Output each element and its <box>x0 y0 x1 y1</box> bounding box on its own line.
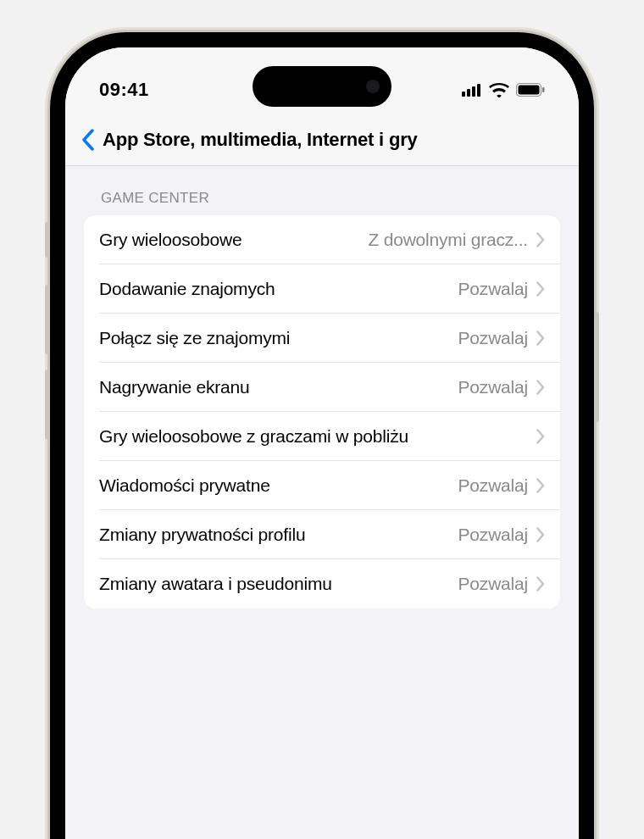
row-value: Z dowolnymi gracz... <box>368 230 528 250</box>
chevron-right-icon <box>536 380 545 395</box>
row-label: Dodawanie znajomych <box>99 279 275 299</box>
dynamic-island <box>253 66 391 107</box>
row-nearby-multiplayer[interactable]: Gry wieloosobowe z graczami w pobliżu <box>84 412 560 461</box>
svg-rect-5 <box>519 86 540 95</box>
content-area: GAME CENTER Gry wieloosobowe Z dowolnymi… <box>65 166 579 632</box>
row-label: Gry wieloosobowe <box>99 230 242 250</box>
row-connect-friends[interactable]: Połącz się ze znajomymi Pozwalaj <box>84 314 560 363</box>
row-label: Gry wieloosobowe z graczami w pobliżu <box>99 426 408 447</box>
svg-rect-1 <box>467 89 470 97</box>
power-button <box>595 312 599 422</box>
row-label: Wiadomości prywatne <box>99 475 270 496</box>
wifi-icon <box>489 82 509 97</box>
chevron-right-icon <box>536 331 545 346</box>
status-icons <box>426 82 545 97</box>
chevron-right-icon <box>536 232 545 247</box>
row-label: Nagrywanie ekranu <box>99 377 250 397</box>
row-label: Połącz się ze znajomymi <box>99 328 290 348</box>
svg-rect-0 <box>462 92 465 97</box>
row-screen-recording[interactable]: Nagrywanie ekranu Pozwalaj <box>84 363 560 412</box>
row-value: Pozwalaj <box>458 328 528 348</box>
row-profile-privacy-changes[interactable]: Zmiany prywatności profilu Pozwalaj <box>84 510 560 559</box>
chevron-left-icon <box>81 129 95 151</box>
row-adding-friends[interactable]: Dodawanie znajomych Pozwalaj <box>84 264 560 314</box>
section-header: GAME CENTER <box>84 190 560 215</box>
row-value: Pozwalaj <box>458 279 528 299</box>
nav-bar: App Store, multimedia, Internet i gry <box>65 114 579 166</box>
chevron-right-icon <box>536 478 545 493</box>
cellular-icon <box>462 83 482 97</box>
chevron-right-icon <box>536 429 545 444</box>
back-button[interactable] <box>75 123 101 157</box>
status-time: 09:41 <box>99 79 218 101</box>
row-label: Zmiany prywatności profilu <box>99 525 305 545</box>
chevron-right-icon <box>536 576 545 592</box>
battery-icon <box>516 83 545 97</box>
settings-list: Gry wieloosobowe Z dowolnymi gracz... Do… <box>84 215 560 608</box>
svg-rect-6 <box>542 87 545 92</box>
phone-frame: 09:41 App Store, multimed <box>50 32 594 839</box>
row-value: Pozwalaj <box>458 525 528 545</box>
volume-up-button <box>45 285 49 354</box>
silence-switch <box>45 222 49 258</box>
chevron-right-icon <box>536 281 545 297</box>
page-title: App Store, multimedia, Internet i gry <box>103 129 418 151</box>
row-label: Zmiany awatara i pseudonimu <box>99 574 332 594</box>
volume-down-button <box>45 369 49 439</box>
chevron-right-icon <box>536 527 545 542</box>
row-avatar-nickname-changes[interactable]: Zmiany awatara i pseudonimu Pozwalaj <box>84 559 560 608</box>
row-private-messages[interactable]: Wiadomości prywatne Pozwalaj <box>84 461 560 510</box>
row-value: Pozwalaj <box>458 574 528 594</box>
screen: 09:41 App Store, multimed <box>65 47 579 839</box>
svg-rect-2 <box>472 86 475 97</box>
row-value: Pozwalaj <box>458 475 528 496</box>
svg-rect-3 <box>477 84 480 97</box>
row-multiplayer-games[interactable]: Gry wieloosobowe Z dowolnymi gracz... <box>84 215 560 264</box>
row-value: Pozwalaj <box>458 377 528 397</box>
